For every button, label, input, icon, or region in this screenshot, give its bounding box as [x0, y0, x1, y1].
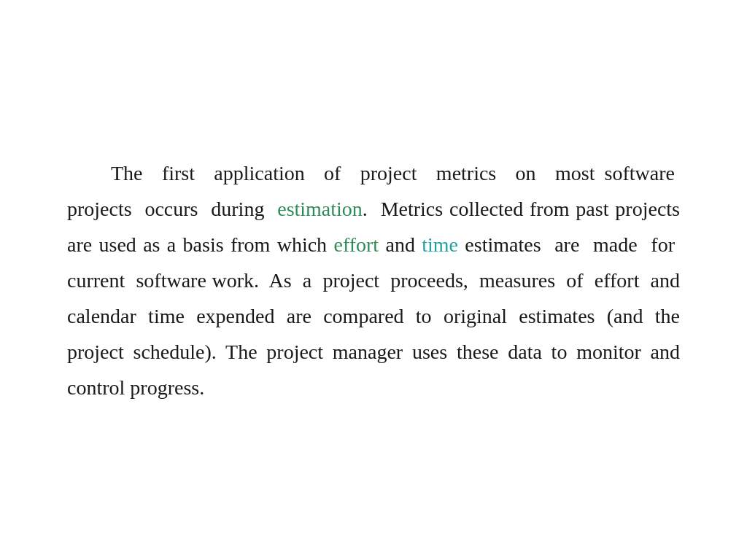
time-highlight: time	[422, 233, 458, 256]
and-text: and	[379, 233, 422, 256]
effort-highlight: effort	[333, 233, 379, 256]
content-area: The first application of project metrics…	[67, 126, 680, 435]
main-paragraph: The first application of project metrics…	[67, 155, 680, 405]
estimation-highlight: estimation	[277, 198, 363, 220]
